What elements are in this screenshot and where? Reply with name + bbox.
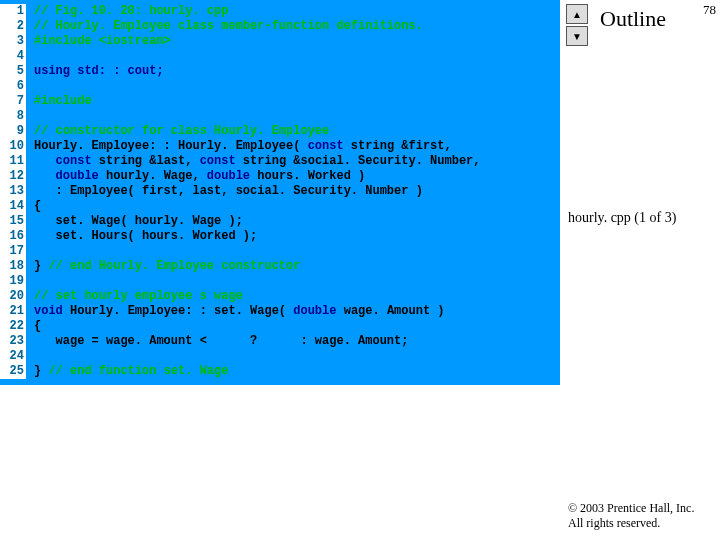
code-content — [26, 244, 560, 259]
line-number: 23 — [0, 334, 26, 349]
line-number: 18 — [0, 259, 26, 274]
code-content: : Employee( first, last, social. Securit… — [26, 184, 560, 199]
nav-down-button[interactable]: ▼ — [566, 26, 588, 46]
line-number: 8 — [0, 109, 26, 124]
file-label: hourly. cpp (1 of 3) — [568, 210, 718, 226]
code-line: 15 set. Wage( hourly. Wage ); — [0, 214, 560, 229]
code-content — [26, 349, 560, 364]
line-number: 1 — [0, 4, 26, 19]
code-content — [26, 274, 560, 289]
code-line: 8 — [0, 109, 560, 124]
page-number: 78 — [703, 2, 716, 18]
code-line: 10Hourly. Employee: : Hourly. Employee( … — [0, 139, 560, 154]
code-line: 19 — [0, 274, 560, 289]
code-content: Hourly. Employee: : Hourly. Employee( co… — [26, 139, 560, 154]
code-line: 6 — [0, 79, 560, 94]
code-content: wage = wage. Amount < ? : wage. Amount; — [26, 334, 560, 349]
code-line: 16 set. Hours( hours. Worked ); — [0, 229, 560, 244]
code-content: set. Hours( hours. Worked ); — [26, 229, 560, 244]
outline-panel: ▲ ▼ Outline 78 hourly. cpp (1 of 3) © 20… — [560, 0, 720, 540]
line-number: 14 — [0, 199, 26, 214]
copyright: © 2003 Prentice Hall, Inc. All rights re… — [568, 501, 718, 530]
code-content: } // end Hourly. Employee constructor — [26, 259, 560, 274]
code-line: 2// Hourly. Employee class member-functi… — [0, 19, 560, 34]
line-number: 3 — [0, 34, 26, 49]
code-content: { — [26, 319, 560, 334]
code-line: 5using std: : cout; — [0, 64, 560, 79]
code-line: 11 const string &last, const string &soc… — [0, 154, 560, 169]
nav-arrows: ▲ ▼ — [566, 4, 586, 48]
code-content — [26, 109, 560, 124]
code-line: 7#include — [0, 94, 560, 109]
code-line: 14{ — [0, 199, 560, 214]
line-number: 6 — [0, 79, 26, 94]
code-line: 24 — [0, 349, 560, 364]
code-content — [26, 49, 560, 64]
line-number: 19 — [0, 274, 26, 289]
code-content: { — [26, 199, 560, 214]
line-number: 13 — [0, 184, 26, 199]
line-number: 16 — [0, 229, 26, 244]
line-number: 4 — [0, 49, 26, 64]
code-content: #include <iostream> — [26, 34, 560, 49]
line-number: 12 — [0, 169, 26, 184]
code-area: 1// Fig. 10. 28: hourly. cpp2// Hourly. … — [0, 0, 560, 385]
code-content: } // end function set. Wage — [26, 364, 560, 379]
line-number: 25 — [0, 364, 26, 379]
code-content: void Hourly. Employee: : set. Wage( doub… — [26, 304, 560, 319]
line-number: 2 — [0, 19, 26, 34]
line-number: 17 — [0, 244, 26, 259]
code-content: // constructor for class Hourly. Employe… — [26, 124, 560, 139]
code-line: 25} // end function set. Wage — [0, 364, 560, 379]
code-line: 3#include <iostream> — [0, 34, 560, 49]
code-line: 9// constructor for class Hourly. Employ… — [0, 124, 560, 139]
code-line: 20// set hourly employee s wage — [0, 289, 560, 304]
code-line: 4 — [0, 49, 560, 64]
code-content: set. Wage( hourly. Wage ); — [26, 214, 560, 229]
copyright-line1: © 2003 Prentice Hall, Inc. — [568, 501, 718, 515]
code-content: #include — [26, 94, 560, 109]
line-number: 9 — [0, 124, 26, 139]
line-number: 10 — [0, 139, 26, 154]
line-number: 5 — [0, 64, 26, 79]
code-content: const string &last, const string &social… — [26, 154, 560, 169]
code-line: 1// Fig. 10. 28: hourly. cpp — [0, 4, 560, 19]
code-content: // Hourly. Employee class member-functio… — [26, 19, 560, 34]
code-line: 21void Hourly. Employee: : set. Wage( do… — [0, 304, 560, 319]
code-line: 13 : Employee( first, last, social. Secu… — [0, 184, 560, 199]
code-line: 12 double hourly. Wage, double hours. Wo… — [0, 169, 560, 184]
line-number: 21 — [0, 304, 26, 319]
code-line: 22{ — [0, 319, 560, 334]
code-line: 23 wage = wage. Amount < ? : wage. Amoun… — [0, 334, 560, 349]
line-number: 11 — [0, 154, 26, 169]
line-number: 7 — [0, 94, 26, 109]
code-line: 17 — [0, 244, 560, 259]
code-content — [26, 79, 560, 94]
nav-up-button[interactable]: ▲ — [566, 4, 588, 24]
line-number: 20 — [0, 289, 26, 304]
copyright-line2: All rights reserved. — [568, 516, 718, 530]
code-content: // set hourly employee s wage — [26, 289, 560, 304]
line-number: 15 — [0, 214, 26, 229]
code-content: // Fig. 10. 28: hourly. cpp — [26, 4, 560, 19]
line-number: 22 — [0, 319, 26, 334]
code-content: double hourly. Wage, double hours. Worke… — [26, 169, 560, 184]
outline-title: Outline — [600, 6, 666, 32]
code-content: using std: : cout; — [26, 64, 560, 79]
line-number: 24 — [0, 349, 26, 364]
code-line: 18} // end Hourly. Employee constructor — [0, 259, 560, 274]
